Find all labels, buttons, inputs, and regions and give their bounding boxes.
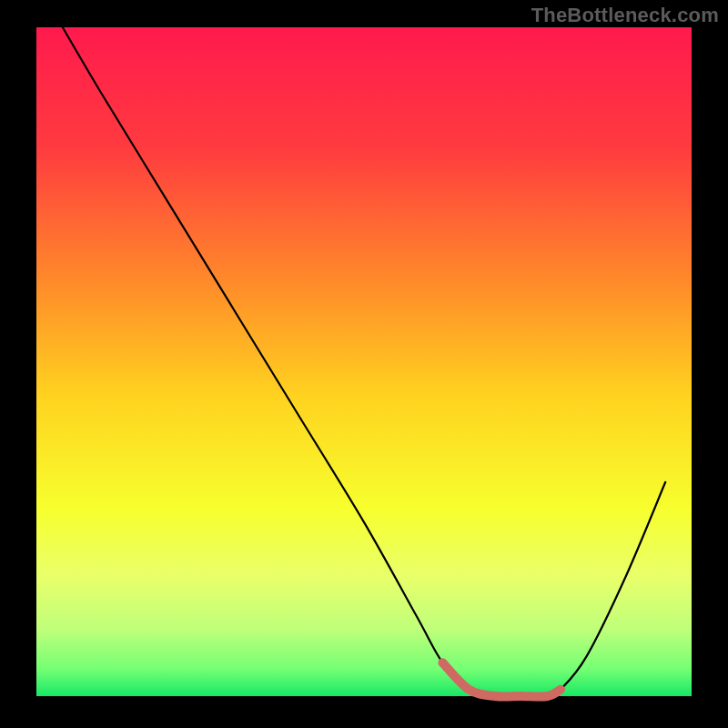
svg-rect-0	[36, 27, 692, 696]
watermark-text: TheBottleneck.com	[531, 4, 719, 27]
bottleneck-chart	[0, 0, 728, 728]
chart-frame: TheBottleneck.com	[0, 0, 728, 728]
